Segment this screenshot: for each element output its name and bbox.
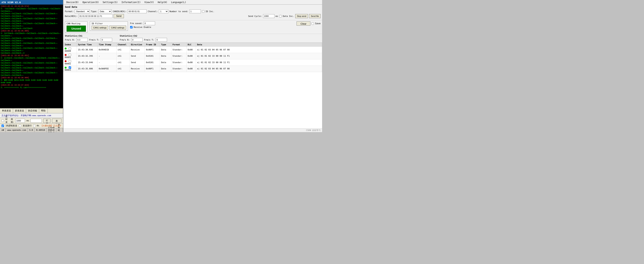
number-input[interactable] [190, 10, 201, 13]
id-inc-label: ID Inc. [206, 10, 214, 13]
data-inc-label: Data Inc. [283, 15, 294, 18]
menu-view[interactable]: View(V) [143, 1, 156, 4]
format-label: Format: [65, 10, 74, 13]
data-table: Index System Time Time Stamp Channel Dir… [63, 43, 322, 72]
send-button[interactable]: 发送文 [52, 119, 62, 123]
cell-channel: ch1 [116, 66, 130, 72]
tab-help[interactable]: 帮助 [39, 108, 48, 113]
table-row[interactable]: 00001 15:43:32.395 - ch1 Send 0x0101 Dat… [64, 53, 322, 59]
can2-settings-btn[interactable]: CAN2 settings [109, 26, 126, 30]
cell-direction: Send [130, 59, 145, 66]
channel-select[interactable]: 1 2 [159, 10, 168, 13]
menu-operation[interactable]: Operation(O) [81, 1, 100, 4]
id-inc-checkbox[interactable] [202, 10, 204, 13]
stop-send-btn[interactable]: Stop send [295, 14, 308, 18]
open-file-button[interactable]: 打开文件 [43, 119, 50, 123]
send-text-input[interactable] [30, 119, 42, 123]
col-system-time: System Time [77, 43, 98, 47]
menu-language[interactable]: Language(L) [170, 1, 188, 4]
frm-t-label-ch1: Frm/s T: [89, 39, 99, 41]
save-checkbox[interactable] [312, 22, 314, 25]
cell-index: 00002 [64, 59, 77, 66]
cell-type: Data [160, 66, 171, 72]
type-label: Type: [91, 10, 97, 13]
frm-r-input-ch2[interactable] [131, 38, 142, 42]
row-checkbox-0[interactable] [69, 47, 71, 50]
middle-section: CAN Routing Unused ID Filter CAN1 settin… [63, 20, 322, 34]
cell-data: x| 01 02 03 04 05 06 07 08 [196, 47, 322, 53]
cell-dlc: 0x08 [186, 59, 196, 66]
row-checkbox-2[interactable] [69, 60, 71, 63]
format-select[interactable]: Standard [75, 10, 90, 13]
gear-icon: ⚙ [2, 129, 3, 131]
can1-settings-btn[interactable]: CAN1 settings [92, 26, 108, 30]
tab-single-send[interactable]: 单条发送 [0, 108, 13, 113]
row-checkbox-1[interactable] [69, 54, 71, 56]
stats-ch2-row: Frm/s R: Frm/s T: [120, 38, 167, 42]
cell-data: x| 01 01 02 33 00 00 11 F1 [196, 53, 322, 59]
receive-enable-row: Receive Enable [130, 26, 158, 28]
cell-time-stamp: - [98, 53, 116, 59]
data-inc-checkbox[interactable] [279, 15, 282, 18]
menu-help[interactable]: Help(H) [156, 1, 169, 4]
cts-status: CTS=0 DSR=0 DCD=0 [47, 128, 56, 132]
tab-multi-send[interactable]: 多条发送 [13, 108, 26, 113]
table-row[interactable]: 00003 15:43:35.886 0x9A0FEE ch1 Receive … [64, 66, 322, 72]
frm-t-label-ch2: Frm/s T: [144, 39, 154, 41]
frm-t-input-ch2[interactable] [156, 38, 167, 42]
send-file-btn[interactable]: Send file [309, 14, 320, 18]
cell-time-stamp: 0x9A0FEE [98, 66, 116, 72]
cell-channel: ch1 [116, 47, 130, 53]
id-filter-title: ID Filter [92, 22, 126, 25]
serial-line: Callback——Callback——Callback——Callback——… [1, 72, 62, 77]
serial-line: Callback——Callback——Callback——Callback——… [1, 67, 62, 72]
time-text: 当前时间 1 [58, 123, 61, 132]
id-filter-box: ID Filter CAN1 settings CAN2 settings [90, 22, 128, 31]
serial-line: Callback——Callback——C [1, 52, 62, 54]
cell-type: Data [160, 59, 171, 66]
table-row[interactable]: 00002 15:43:33.846 - ch1 Send 0x0101 Dat… [64, 59, 322, 66]
receive-enable-checkbox[interactable] [130, 26, 132, 28]
frm-r-input-ch1[interactable] [76, 38, 88, 42]
period-input[interactable] [16, 119, 25, 123]
send-data-section: Send Data Format: Standard Type: Data CA… [63, 5, 322, 20]
send-data-title: Send Data [65, 6, 320, 8]
send-btn[interactable]: Send [114, 14, 124, 18]
type-select[interactable]: Data [98, 10, 112, 13]
data-hex-input[interactable] [78, 14, 112, 18]
col-channel: Channel [116, 43, 130, 47]
hex-send-checkbox[interactable] [2, 124, 4, 127]
cell-index: 00001 [64, 53, 77, 59]
row-checkbox-3[interactable] [69, 66, 71, 69]
frm-saved-input[interactable] [144, 22, 155, 25]
stats-ch1: Statistics:Ch1 Frm/s R: Frm/s T: [65, 35, 112, 42]
cell-format: Standar: [171, 59, 186, 66]
canid-label: CANID(HEX): [113, 10, 126, 13]
timer-send-checkbox[interactable] [2, 119, 4, 122]
number-label: Number to send: [170, 10, 188, 13]
cell-format: Standar: [171, 53, 186, 59]
stats-ch1-row: Frm/s R: Frm/s T: [65, 38, 112, 42]
menu-information[interactable]: Information(I) [120, 1, 142, 4]
col-direction: Direction [130, 43, 145, 47]
menu-settings[interactable]: Settings(S) [101, 1, 119, 4]
menu-device[interactable]: Device(D) [65, 1, 80, 4]
gear-settings[interactable]: ⚙ ▼ [0, 128, 6, 132]
cell-direction: Send [130, 53, 145, 59]
clear-button[interactable]: Clear [296, 22, 310, 26]
cell-channel: ch1 [116, 53, 130, 59]
serial-line: Callback——Callback——Callback——Callback——… [1, 37, 62, 42]
newline-checkbox[interactable] [19, 124, 21, 127]
table-row[interactable]: 00000 15:43:30.936 0x994ECB ch1 Receive … [64, 47, 322, 53]
tab-protocol[interactable]: 协议传输 [26, 108, 39, 113]
can-routing-box: CAN Routing Unused [65, 22, 88, 33]
send-cycle-input[interactable] [263, 14, 274, 18]
cell-frame-id: 0x0101 [145, 59, 160, 66]
serial-line: Callback——Callback——Callback——Callback——… [1, 22, 62, 27]
frm-t-input-ch1[interactable] [101, 38, 112, 42]
canid-input[interactable] [128, 10, 146, 13]
s-label: S:0 [29, 129, 33, 131]
serial-line: X: allback——Callback——Callback——Callback… [1, 57, 62, 62]
unused-button[interactable]: Unused [66, 26, 86, 32]
cell-format: Standar: [171, 66, 186, 72]
